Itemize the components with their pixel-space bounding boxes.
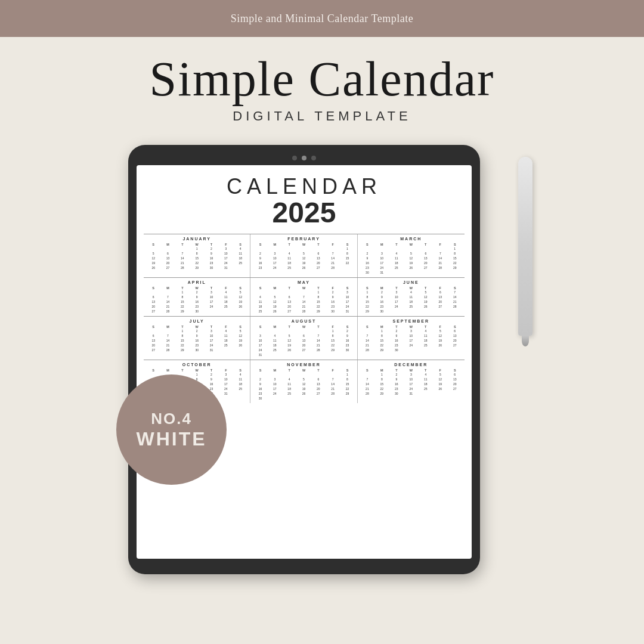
month-days-grid: 1234567891011121314151617181920212223242… bbox=[253, 247, 354, 270]
day-cell: 22 bbox=[340, 387, 354, 391]
day-cell: 17 bbox=[374, 261, 389, 265]
day-cell: 8 bbox=[175, 295, 190, 299]
day-cell: 24 bbox=[219, 261, 233, 265]
day-cell: 28 bbox=[296, 309, 311, 314]
tablet-screen: CALENDAR 2025 JANUARYSMTWTFS 12345678910… bbox=[137, 165, 472, 559]
tablet-area: NO.4 WHITE CALENDAR 2025 JANUARYSMTWTFS … bbox=[128, 145, 516, 532]
day-cell: 26 bbox=[433, 387, 447, 391]
day-header-cell: T bbox=[175, 325, 190, 329]
month-name: NOVEMBER bbox=[253, 363, 354, 367]
day-cell: 22 bbox=[374, 387, 389, 391]
day-cell: 12 bbox=[233, 334, 247, 338]
day-cell: 21 bbox=[448, 300, 462, 304]
day-cell: 1 bbox=[374, 329, 389, 333]
subtitle: DIGITAL TEMPLATE bbox=[233, 109, 411, 124]
day-cell: 25 bbox=[268, 348, 282, 352]
day-cell: 6 bbox=[311, 377, 326, 382]
empty-day bbox=[146, 290, 160, 295]
day-cell: 3 bbox=[404, 329, 418, 333]
day-cell: 24 bbox=[404, 387, 418, 391]
day-cell: 23 bbox=[190, 305, 204, 309]
day-cell: 4 bbox=[419, 373, 433, 377]
day-cell: 24 bbox=[404, 343, 418, 348]
day-cell: 20 bbox=[419, 261, 433, 265]
day-cell: 11 bbox=[282, 256, 296, 261]
pencil bbox=[517, 157, 534, 348]
day-cell: 4 bbox=[282, 377, 296, 382]
day-cell: 29 bbox=[190, 266, 204, 270]
day-header-cell: F bbox=[433, 286, 447, 290]
empty-day bbox=[360, 329, 374, 333]
month-days-grid: 1234567891011121314151617181920212223242… bbox=[253, 290, 354, 314]
empty-day bbox=[296, 329, 311, 333]
day-cell: 4 bbox=[389, 252, 404, 256]
empty-day bbox=[389, 247, 404, 251]
day-header-cell: M bbox=[374, 243, 389, 246]
day-cell: 17 bbox=[204, 339, 218, 343]
day-cell: 25 bbox=[389, 266, 404, 270]
day-cell: 10 bbox=[204, 334, 218, 338]
day-cell: 23 bbox=[389, 343, 404, 348]
day-cell: 9 bbox=[374, 295, 389, 299]
tablet-camera-dots bbox=[137, 156, 472, 160]
month-block: NOVEMBERSMTWTFS 123456789101112131415161… bbox=[250, 360, 357, 403]
month-name: OCTOBER bbox=[146, 363, 247, 367]
day-cell: 2 bbox=[360, 252, 374, 256]
day-cell: 6 bbox=[419, 252, 433, 256]
day-cell: 18 bbox=[282, 387, 296, 391]
top-bar-title: Simple and Minimal Calendar Template bbox=[231, 13, 413, 25]
day-cell: 28 bbox=[360, 348, 374, 352]
day-header-cell: F bbox=[219, 325, 233, 329]
day-cell: 10 bbox=[374, 256, 389, 261]
day-cell: 16 bbox=[360, 261, 374, 265]
day-cell: 22 bbox=[448, 261, 462, 265]
day-cell: 10 bbox=[404, 377, 418, 382]
day-header-cell: S bbox=[233, 369, 247, 372]
day-cell: 22 bbox=[374, 343, 389, 348]
day-cell: 14 bbox=[160, 300, 175, 304]
day-header-cell: W bbox=[296, 325, 311, 329]
empty-day bbox=[282, 247, 296, 251]
day-header-cell: T bbox=[389, 243, 404, 246]
day-cell: 3 bbox=[389, 290, 404, 295]
day-headers: SMTWTFS bbox=[360, 243, 462, 246]
month-name: DECEMBER bbox=[360, 363, 462, 367]
day-cell: 22 bbox=[175, 343, 190, 348]
day-cell: 29 bbox=[175, 348, 190, 352]
day-cell: 2 bbox=[204, 247, 218, 251]
day-cell: 9 bbox=[190, 295, 204, 299]
day-cell: 15 bbox=[374, 339, 389, 343]
day-cell: 27 bbox=[448, 387, 462, 391]
day-header-cell: S bbox=[146, 369, 160, 372]
empty-day bbox=[360, 373, 374, 377]
day-header-cell: S bbox=[360, 286, 374, 290]
day-headers: SMTWTFS bbox=[146, 369, 247, 372]
empty-day bbox=[282, 373, 296, 377]
day-cell: 3 bbox=[340, 290, 354, 295]
day-cell: 13 bbox=[433, 295, 447, 299]
day-cell: 23 bbox=[190, 343, 204, 348]
day-cell: 28 bbox=[448, 305, 462, 309]
day-cell: 19 bbox=[296, 261, 311, 265]
day-header-cell: T bbox=[389, 325, 404, 329]
day-cell: 7 bbox=[175, 252, 190, 256]
day-cell: 21 bbox=[326, 261, 340, 265]
badge-number: NO.4 bbox=[151, 410, 192, 428]
day-cell: 11 bbox=[219, 295, 233, 299]
calendar-row: JANUARYSMTWTFS 1234567891011121314151617… bbox=[144, 234, 465, 277]
day-cell: 28 bbox=[175, 266, 190, 270]
badge: NO.4 WHITE bbox=[116, 374, 227, 485]
day-cell: 16 bbox=[190, 339, 204, 343]
day-cell: 24 bbox=[204, 343, 218, 348]
day-cell: 2 bbox=[204, 373, 218, 377]
day-header-cell: T bbox=[204, 243, 218, 246]
empty-day bbox=[160, 290, 175, 295]
dot-2 bbox=[302, 156, 306, 160]
day-header-cell: F bbox=[433, 369, 447, 372]
day-cell: 3 bbox=[404, 373, 418, 377]
day-cell: 6 bbox=[311, 252, 326, 256]
day-cell: 18 bbox=[233, 256, 247, 261]
day-header-cell: S bbox=[146, 325, 160, 329]
day-cell: 31 bbox=[219, 392, 233, 396]
day-cell: 27 bbox=[433, 305, 447, 309]
